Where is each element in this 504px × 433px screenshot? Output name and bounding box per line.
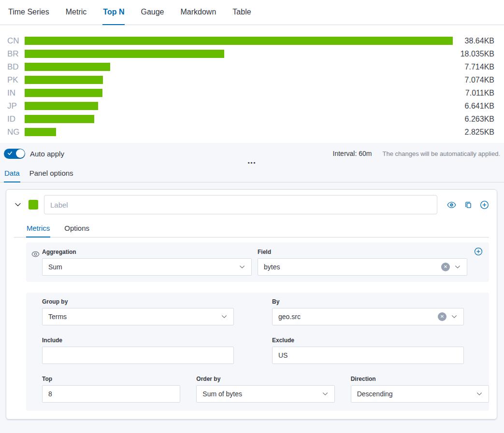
series-card: Metrics Options Aggregation — [6, 189, 497, 419]
toggle-series-visibility-button[interactable] — [447, 200, 456, 210]
aggregation-label: Aggregation — [42, 249, 252, 255]
tab-top-n[interactable]: Top N — [102, 0, 125, 25]
order-by-value: Sum of bytes — [202, 390, 321, 398]
order-by-select[interactable]: Sum of bytes — [196, 385, 334, 403]
toggle-knob — [16, 149, 25, 158]
chevron-down-icon — [451, 313, 458, 320]
tab-metric[interactable]: Metric — [65, 0, 87, 25]
group-by-select[interactable]: Terms — [42, 308, 234, 325]
chart-row: BD7.714KB — [7, 60, 494, 73]
chevron-down-icon — [239, 264, 245, 270]
chart-value-label: 7.714KB — [453, 63, 494, 71]
tab-panel-options[interactable]: Panel options — [29, 167, 74, 182]
aggregation-select[interactable]: Sum — [42, 258, 252, 276]
tab-gauge[interactable]: Gauge — [140, 0, 164, 25]
field-combobox[interactable]: bytes ✕ — [258, 258, 467, 276]
clone-series-button[interactable] — [463, 200, 473, 210]
series-color-swatch[interactable] — [29, 200, 38, 210]
auto-apply-bar: Auto apply Interval: 60m The changes wil… — [0, 143, 504, 159]
chart-row: NG2.825KB — [7, 126, 494, 139]
by-field-combobox[interactable]: geo.src ✕ — [272, 308, 464, 325]
chevron-down-icon — [221, 313, 228, 320]
order-by-label: Order by — [196, 376, 334, 382]
chevron-down-icon — [454, 264, 461, 270]
chart-row: JP6.641KB — [7, 99, 494, 112]
group-by-panel: Group by Terms By geo.src ✕ — [26, 293, 489, 411]
chart-row: IN7.011KB — [7, 86, 494, 99]
auto-apply-toggle[interactable] — [4, 149, 25, 159]
group-by-label: Group by — [42, 298, 234, 305]
top-label: Top — [42, 376, 180, 382]
visualization-type-tabs: Time Series Metric Top N Gauge Markdown … — [0, 0, 504, 25]
chart-category-label: NG — [7, 127, 25, 137]
tab-metrics[interactable]: Metrics — [26, 220, 50, 237]
clear-by-field-button[interactable]: ✕ — [438, 312, 446, 321]
tab-markdown[interactable]: Markdown — [180, 0, 217, 25]
direction-select[interactable]: Descending — [351, 385, 489, 403]
field-value: bytes — [264, 263, 441, 271]
series-tabs: Metrics Options — [14, 220, 489, 237]
interval-label: Interval: 60m — [333, 150, 372, 157]
series-header-actions — [447, 200, 491, 210]
chart-category-label: CN — [7, 36, 25, 46]
chart-bar — [25, 102, 98, 110]
chart-category-label: PK — [7, 75, 25, 85]
tab-options[interactable]: Options — [64, 220, 90, 237]
chart-value-label: 38.64KB — [453, 37, 494, 45]
by-field-value: geo.src — [278, 313, 438, 321]
direction-value: Descending — [357, 390, 476, 398]
chart-bar — [25, 128, 56, 136]
resize-handle-icon[interactable]: ••• — [248, 160, 257, 166]
chart-bar-track — [25, 63, 453, 71]
auto-apply-note: The changes will be automatically applie… — [382, 150, 500, 157]
series-header — [6, 190, 497, 220]
metric-visibility-handle[interactable] — [31, 250, 40, 260]
exclude-input[interactable] — [272, 347, 464, 364]
chart-row: BR18.035KB — [7, 47, 494, 60]
chart-bar-track — [25, 76, 453, 84]
chart-bar — [25, 115, 94, 123]
chart-row: ID6.263KB — [7, 112, 494, 126]
chevron-down-icon — [322, 391, 329, 397]
plus-circle-icon — [474, 247, 483, 256]
chart-category-label: JP — [7, 101, 25, 111]
add-series-button[interactable] — [480, 200, 489, 210]
chart-category-label: ID — [7, 114, 25, 124]
chart-value-label: 6.263KB — [453, 115, 494, 124]
collapse-series-button[interactable] — [14, 200, 22, 209]
chart-value-label: 2.825KB — [453, 128, 494, 137]
aggregation-value: Sum — [48, 263, 239, 271]
exclude-label: Exclude — [272, 337, 464, 344]
group-by-value: Terms — [48, 313, 221, 321]
chart-category-label: BR — [7, 49, 25, 59]
chart-value-label: 6.641KB — [453, 102, 494, 111]
chart-row: PK7.074KB — [7, 73, 494, 86]
top-input[interactable] — [42, 385, 180, 403]
chart-bar-track — [25, 102, 453, 110]
check-icon — [7, 151, 13, 156]
chart-category-label: BD — [7, 62, 25, 72]
chart-bar — [25, 50, 224, 58]
auto-apply-label: Auto apply — [30, 150, 64, 158]
clear-field-button[interactable]: ✕ — [441, 263, 450, 271]
chart-bar-track — [25, 50, 453, 58]
by-label: By — [272, 298, 464, 305]
eye-icon — [447, 200, 456, 210]
include-input[interactable] — [42, 347, 234, 364]
chart-value-label: 7.011KB — [453, 89, 494, 98]
chart-value-label: 7.074KB — [453, 76, 494, 84]
chart-bar-track — [25, 37, 453, 45]
chart-category-label: IN — [7, 88, 25, 98]
chart-bar-track — [25, 89, 453, 97]
panel-editor: Auto apply Interval: 60m The changes wil… — [0, 143, 504, 419]
add-metric-button[interactable] — [474, 247, 483, 256]
chart-bar-track — [25, 128, 453, 136]
tab-time-series[interactable]: Time Series — [8, 0, 50, 25]
copy-icon — [464, 200, 473, 209]
plus-circle-icon — [480, 200, 489, 210]
tab-data[interactable]: Data — [4, 167, 20, 182]
chart-bar — [25, 37, 453, 45]
tab-table[interactable]: Table — [232, 0, 251, 25]
chart-bar — [25, 63, 110, 71]
series-label-input[interactable] — [44, 195, 437, 214]
